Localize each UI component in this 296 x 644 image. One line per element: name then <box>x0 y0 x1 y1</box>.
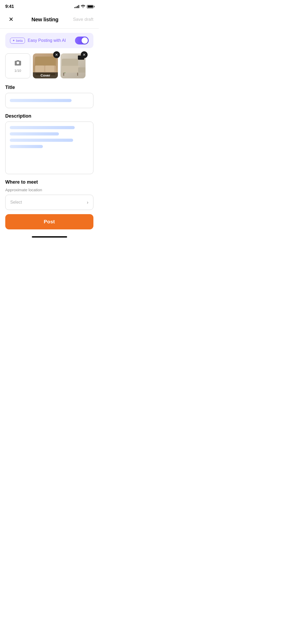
beta-label: beta <box>16 39 23 43</box>
photo-item-1: ✕ Cover <box>33 53 58 78</box>
status-bar: 9:41 <box>0 0 99 12</box>
post-label: Post <box>44 219 55 224</box>
photo-item-2: ✕ <box>61 53 86 78</box>
content-area: ✦ beta Easy Posting with AI 1/10 ✕ <box>0 29 99 234</box>
post-button[interactable]: Post <box>5 214 93 229</box>
ai-toggle[interactable] <box>75 37 89 44</box>
beta-badge: ✦ beta <box>10 38 25 44</box>
battery-icon <box>87 5 93 8</box>
home-bar <box>32 236 67 238</box>
status-time: 9:41 <box>5 4 14 9</box>
description-input[interactable] <box>5 122 93 174</box>
toggle-knob <box>82 37 88 44</box>
desc-loading-bar-3 <box>10 139 73 142</box>
where-to-meet-section: Where to meet Approximate location Selec… <box>5 179 93 210</box>
title-label: Title <box>5 85 93 90</box>
home-indicator <box>0 234 99 239</box>
location-placeholder: Select <box>10 200 22 205</box>
desc-loading-bar-1 <box>10 126 75 129</box>
chevron-right-icon: › <box>87 200 88 205</box>
photo-count: 1/10 <box>14 69 21 73</box>
desc-loading-bar-4 <box>10 145 43 148</box>
title-loading-bar <box>10 99 72 102</box>
remove-photo-2-button[interactable]: ✕ <box>81 51 88 58</box>
title-section: Title <box>5 85 93 108</box>
where-to-meet-sublabel: Approximate location <box>5 188 93 192</box>
photo-section: 1/10 ✕ Cover ✕ <box>5 53 93 78</box>
signal-icon <box>74 5 79 8</box>
description-label: Description <box>5 113 93 119</box>
desc-loading-bar-2 <box>10 132 59 135</box>
ai-banner-text: Easy Posting with AI <box>28 38 66 43</box>
beta-star-icon: ✦ <box>12 39 15 42</box>
wifi-icon <box>81 4 85 9</box>
camera-icon <box>14 59 22 68</box>
save-draft-button[interactable]: Save draft <box>73 16 94 23</box>
remove-photo-1-button[interactable]: ✕ <box>53 51 60 58</box>
ai-banner-left: ✦ beta Easy Posting with AI <box>10 38 66 44</box>
where-to-meet-label: Where to meet <box>5 179 93 185</box>
nav-bar: ✕ New listing Save draft <box>0 12 99 29</box>
description-section: Description <box>5 113 93 174</box>
add-photo-button[interactable]: 1/10 <box>5 53 30 78</box>
close-button[interactable]: ✕ <box>5 14 17 25</box>
location-select[interactable]: Select › <box>5 195 93 210</box>
ai-banner: ✦ beta Easy Posting with AI <box>5 33 93 48</box>
cover-label: Cover <box>33 72 58 78</box>
status-icons <box>74 4 93 9</box>
title-input[interactable] <box>5 93 93 108</box>
page-title: New listing <box>32 17 58 23</box>
